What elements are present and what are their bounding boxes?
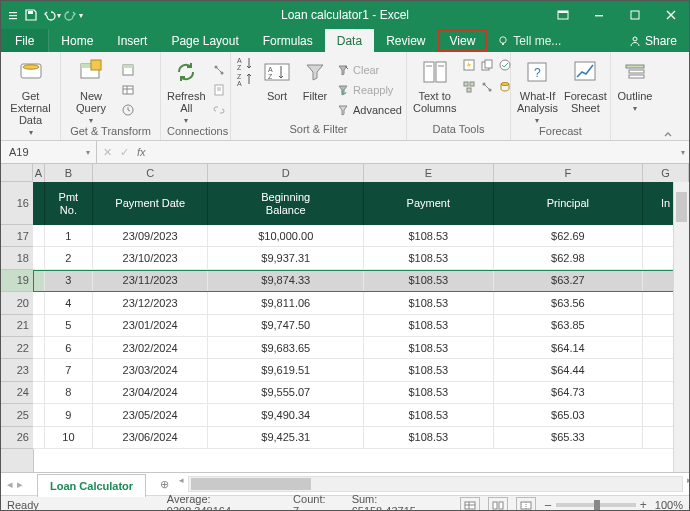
add-sheet-button[interactable]: ⊕ xyxy=(152,472,176,496)
vertical-scroll-thumb[interactable] xyxy=(676,192,687,222)
save-icon[interactable] xyxy=(23,7,39,23)
cancel-formula-icon[interactable]: ✕ xyxy=(103,146,112,159)
cell[interactable]: 3 xyxy=(45,270,93,292)
undo-icon[interactable] xyxy=(41,7,57,23)
row-header[interactable]: 24 xyxy=(1,382,33,404)
row-header[interactable]: 22 xyxy=(1,337,33,359)
col-header-d[interactable]: D xyxy=(208,164,364,182)
cell[interactable]: $65.03 xyxy=(494,404,644,426)
tab-home[interactable]: Home xyxy=(49,29,105,52)
page-layout-view-button[interactable] xyxy=(488,497,508,511)
cell[interactable]: 23/01/2024 xyxy=(93,315,209,337)
sort-button[interactable]: AZ Sort xyxy=(261,56,293,102)
tab-page-layout[interactable]: Page Layout xyxy=(159,29,250,52)
cell[interactable] xyxy=(33,404,45,426)
refresh-all-button[interactable]: Refresh All ▾ xyxy=(167,56,206,125)
cell[interactable]: $9,747.50 xyxy=(208,315,364,337)
consolidate-button[interactable] xyxy=(462,80,478,100)
cell[interactable]: $108.53 xyxy=(364,315,494,337)
row-header[interactable]: 25 xyxy=(1,404,33,426)
zoom-out-button[interactable]: − xyxy=(544,498,552,512)
cell[interactable]: $9,490.34 xyxy=(208,404,364,426)
hscroll-left-icon[interactable]: ◂ xyxy=(179,475,184,485)
tab-view[interactable]: View xyxy=(438,29,488,52)
cell[interactable]: $64.44 xyxy=(494,359,644,381)
connections-button[interactable] xyxy=(212,60,226,80)
expand-formula-bar-icon[interactable]: ▾ xyxy=(681,148,689,157)
edit-links-button[interactable] xyxy=(212,100,226,120)
row-header[interactable]: 17 xyxy=(1,225,33,247)
cell[interactable] xyxy=(33,382,45,404)
cell[interactable]: 7 xyxy=(45,359,93,381)
row-header[interactable]: 21 xyxy=(1,315,33,337)
row-header[interactable]: 18 xyxy=(1,247,33,269)
cell[interactable]: 6 xyxy=(45,337,93,359)
collapse-ribbon-icon[interactable] xyxy=(659,52,677,144)
cell[interactable] xyxy=(33,225,45,247)
cell[interactable]: $63.27 xyxy=(494,270,644,292)
cell[interactable]: $108.53 xyxy=(364,270,494,292)
cell[interactable] xyxy=(33,315,45,337)
cell[interactable] xyxy=(33,427,45,449)
sort-az-button[interactable]: AZ ZA xyxy=(237,56,255,86)
outline-button[interactable]: Outline ▾ xyxy=(617,56,653,113)
table-row[interactable]: 223/10/2023$9,937.31$108.53$62.98 xyxy=(33,247,689,269)
col-header-g[interactable]: G xyxy=(643,164,689,182)
table-row[interactable]: 323/11/2023$9,874.33$108.53$63.27 xyxy=(33,270,689,292)
cell[interactable]: $108.53 xyxy=(364,292,494,314)
formula-input[interactable] xyxy=(154,145,675,159)
col-header-a[interactable]: A xyxy=(33,164,45,182)
cell[interactable]: 23/02/2024 xyxy=(93,337,209,359)
cell[interactable]: 23/09/2023 xyxy=(93,225,209,247)
cell[interactable]: $64.14 xyxy=(494,337,644,359)
cell[interactable]: $9,683.65 xyxy=(208,337,364,359)
cell[interactable]: 4 xyxy=(45,292,93,314)
cell[interactable]: $62.98 xyxy=(494,247,644,269)
new-query-button[interactable]: New Query ▾ xyxy=(67,56,115,125)
horizontal-scrollbar[interactable]: ◂ ▸ xyxy=(188,476,683,492)
cell[interactable] xyxy=(33,270,45,292)
select-all-corner[interactable] xyxy=(1,164,33,182)
share-button[interactable]: Share xyxy=(617,29,689,52)
maximize-button[interactable] xyxy=(617,1,653,29)
row-header[interactable]: 23 xyxy=(1,359,33,381)
row-header[interactable]: 26 xyxy=(1,427,33,449)
what-if-button[interactable]: ? What-If Analysis ▾ xyxy=(517,56,558,125)
tab-data[interactable]: Data xyxy=(325,29,374,52)
col-header-c[interactable]: C xyxy=(93,164,209,182)
advanced-button[interactable]: Advanced xyxy=(337,100,402,120)
relationships-button[interactable] xyxy=(480,80,496,100)
vertical-scrollbar[interactable] xyxy=(673,182,689,472)
cell[interactable]: $108.53 xyxy=(364,382,494,404)
cell[interactable]: $108.53 xyxy=(364,427,494,449)
cell[interactable] xyxy=(33,359,45,381)
table-row[interactable]: 623/02/2024$9,683.65$108.53$64.14 xyxy=(33,337,689,359)
cell[interactable]: $108.53 xyxy=(364,225,494,247)
cell[interactable]: 9 xyxy=(45,404,93,426)
reapply-button[interactable]: Reapply xyxy=(337,80,402,100)
minimize-button[interactable] xyxy=(581,1,617,29)
table-row[interactable]: 423/12/2023$9,811.06$108.53$63.56 xyxy=(33,292,689,314)
tab-file[interactable]: File xyxy=(1,29,49,52)
cell[interactable]: 23/06/2024 xyxy=(93,427,209,449)
col-header-f[interactable]: F xyxy=(494,164,644,182)
row-header[interactable]: 20 xyxy=(1,292,33,314)
cell[interactable]: 10 xyxy=(45,427,93,449)
col-header-b[interactable]: B xyxy=(45,164,93,182)
flash-fill-button[interactable] xyxy=(462,58,478,78)
cell[interactable]: $9,425.31 xyxy=(208,427,364,449)
row-header[interactable]: 19 xyxy=(1,270,33,292)
cell[interactable] xyxy=(33,337,45,359)
col-header-e[interactable]: E xyxy=(364,164,494,182)
cell[interactable]: 23/11/2023 xyxy=(93,270,209,292)
row-headers[interactable]: 1617181920212223242526 xyxy=(1,182,34,472)
cell[interactable] xyxy=(33,292,45,314)
remove-duplicates-button[interactable] xyxy=(480,58,496,78)
cell[interactable]: $62.69 xyxy=(494,225,644,247)
table-row[interactable]: 823/04/2024$9,555.07$108.53$64.73 xyxy=(33,382,689,404)
cells-area[interactable]: Pmt No.Payment DateBeginning BalancePaym… xyxy=(33,182,689,472)
get-external-data-button[interactable]: Get External Data ▾ xyxy=(7,56,54,137)
zoom-level[interactable]: 100% xyxy=(655,499,683,511)
name-box[interactable]: ▾ xyxy=(1,141,97,163)
cell[interactable]: $64.73 xyxy=(494,382,644,404)
